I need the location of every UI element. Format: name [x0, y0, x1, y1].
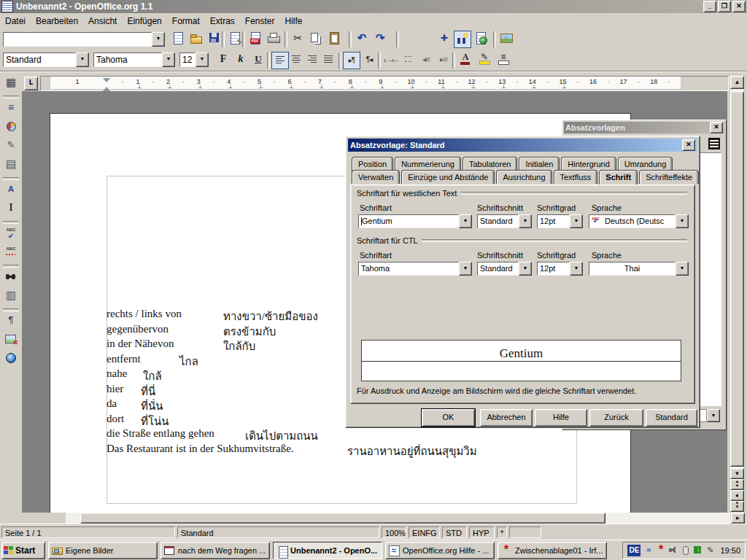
chevron-down-icon[interactable]: ▼ [519, 214, 532, 228]
western-font-combobox[interactable]: Gentium ▼ [358, 214, 472, 228]
spellcheck-button[interactable] [1, 225, 20, 244]
background-button[interactable] [495, 52, 512, 69]
western-style-value[interactable]: Standard [477, 214, 519, 228]
tab-ausrichtung[interactable]: Ausrichtung [496, 170, 551, 184]
ctl-font-value[interactable]: Tahoma [358, 262, 459, 276]
font-name-value[interactable]: Tahoma [93, 52, 162, 67]
tab-textfluss[interactable]: Textfluss [554, 170, 598, 184]
online-layout-button[interactable] [1, 351, 20, 370]
next-page-icon[interactable]: ▼▼ [730, 501, 744, 512]
justify-button[interactable] [320, 52, 337, 69]
antivirus-icon[interactable] [655, 545, 666, 556]
increase-indent-button[interactable] [435, 52, 452, 69]
ctl-style-value[interactable]: Standard [477, 262, 519, 276]
start-button[interactable]: Start [1, 542, 45, 559]
chevron-down-icon[interactable]: ▼ [152, 32, 165, 47]
chevron-down-icon[interactable]: ▼ [162, 52, 175, 67]
stylist-button[interactable] [454, 31, 471, 48]
scroll-up-icon[interactable]: ▲ [730, 76, 744, 89]
chevron-down-icon[interactable]: ▼ [676, 262, 689, 276]
ctl-font-combobox[interactable]: Tahoma ▼ [358, 262, 472, 276]
chevron-down-icon[interactable]: ▼ [519, 262, 532, 276]
dialog-titlebar[interactable]: Absatzvorlage: Standard ✕ [348, 139, 697, 152]
edit-file-button[interactable] [226, 31, 244, 48]
menu-ansicht[interactable]: Ansicht [83, 14, 122, 28]
chevron-down-icon[interactable]: ▼ [459, 262, 472, 276]
chevron-down-icon[interactable]: ▼ [707, 409, 720, 422]
cut-button[interactable] [289, 31, 306, 48]
find-button[interactable] [1, 269, 20, 288]
nonprinting-characters-button[interactable] [1, 313, 20, 332]
paste-button[interactable] [325, 31, 343, 48]
url-input[interactable] [3, 32, 152, 47]
redo-button[interactable] [371, 31, 389, 48]
keyboard-layout-badge[interactable]: DE [627, 545, 640, 556]
ctl-language-combobox[interactable]: Thai ▼ [589, 262, 689, 276]
menu-einfügen[interactable]: Einfügen [122, 14, 166, 28]
insert-form-button[interactable] [1, 157, 20, 176]
back-button[interactable]: Zurück [589, 409, 643, 427]
window-titlebar[interactable]: Unbenannt2 - OpenOffice.org 1.1 _ ❐ ✕ [0, 0, 747, 13]
ltr-button[interactable] [343, 52, 360, 69]
previous-page-icon[interactable]: ▲▲ [730, 479, 744, 490]
font-size-combobox[interactable]: 12 ▼ [179, 52, 209, 67]
direct-cursor-button[interactable] [1, 201, 20, 219]
ok-button[interactable]: OK [422, 409, 475, 427]
taskbar-button-4[interactable]: OpenOffice.org Hilfe - ... [385, 542, 495, 559]
copy-button[interactable] [307, 31, 325, 48]
cancel-button[interactable]: Abbrechen [480, 409, 533, 427]
print-button[interactable] [265, 31, 282, 48]
font-name-combobox[interactable]: Tahoma ▼ [93, 52, 175, 67]
chevron-down-icon[interactable]: ▼ [570, 214, 583, 228]
ctl-size-combobox[interactable]: 12pt ▼ [537, 262, 583, 276]
pen-icon[interactable] [705, 545, 716, 556]
help-button[interactable]: Hilfe [535, 409, 587, 427]
italic-button[interactable] [232, 52, 249, 69]
minimize-icon[interactable]: _ [703, 1, 716, 12]
western-language-combobox[interactable]: Deutsch (Deutsc ▼ [589, 214, 689, 228]
draw-functions-button[interactable] [1, 138, 20, 157]
vertical-scrollbar[interactable]: ▲ ▼ ▲▲ ● ▼▼ [730, 76, 744, 512]
insert-fields-button[interactable] [1, 100, 20, 119]
scroll-down-icon[interactable]: ▼ [730, 468, 744, 479]
taskbar-button-5[interactable]: Zwischenablage01 - Irf... [498, 542, 607, 559]
status-zoom[interactable]: 100% [382, 526, 406, 538]
menu-hilfe[interactable]: Hilfe [280, 14, 308, 28]
taskbar-button-3[interactable]: Unbenannt2 - OpenO... [273, 542, 382, 559]
menu-bearbeiten[interactable]: Bearbeiten [31, 14, 83, 28]
status-insert-mode[interactable]: EINFG [409, 526, 440, 538]
numbering-button[interactable] [382, 52, 400, 69]
standard-button[interactable]: Standard [646, 409, 697, 427]
save-button[interactable] [206, 31, 223, 48]
navigation-icon[interactable]: ● [730, 490, 744, 501]
undo-button[interactable] [353, 31, 371, 48]
menu-fenster[interactable]: Fenster [240, 14, 280, 28]
close-icon[interactable]: ✕ [732, 1, 746, 12]
autotext-button[interactable] [1, 182, 20, 201]
rtl-button[interactable] [360, 52, 378, 69]
tab-schrifteffekte[interactable]: Schrifteffekte [639, 170, 699, 184]
horizontal-scrollbar-track[interactable] [66, 513, 730, 524]
indent-marker[interactable] [103, 78, 110, 86]
stylist-titlebar[interactable]: Absatzvorlagen ✕ [564, 122, 724, 133]
western-size-value[interactable]: 12pt [537, 214, 570, 228]
tab-verwalten[interactable]: Verwalten [352, 170, 400, 184]
bold-button[interactable] [214, 52, 232, 69]
mouse-icon[interactable] [680, 545, 691, 556]
horizontal-ruler[interactable]: 11·⊥2·⊥3·⊥4·⊥5·⊥6·⊥7·⊥8·⊥9·⊥10·⊥11·⊥12·⊥… [40, 76, 729, 91]
western-size-combobox[interactable]: 12pt ▼ [537, 214, 583, 228]
font-size-value[interactable]: 12 [179, 52, 196, 67]
chevron-down-icon[interactable]: ▼ [196, 52, 209, 67]
gallery-button[interactable] [498, 31, 515, 48]
paragraph-style-value[interactable]: Standard [3, 52, 76, 67]
menu-extras[interactable]: Extras [205, 14, 240, 28]
navigator-button[interactable] [436, 31, 453, 48]
paragraph-style-combobox[interactable]: Standard ▼ [3, 52, 89, 67]
status-selection-mode[interactable]: STD [442, 526, 467, 538]
insert-object-button[interactable] [1, 119, 20, 138]
chevron-down-icon[interactable]: ▼ [570, 262, 583, 276]
data-sources-button[interactable] [1, 288, 20, 307]
chevron-down-icon[interactable]: ▼ [459, 214, 472, 228]
bullets-button[interactable] [400, 52, 417, 69]
horizontal-scrollbar-thumb[interactable] [80, 513, 605, 524]
